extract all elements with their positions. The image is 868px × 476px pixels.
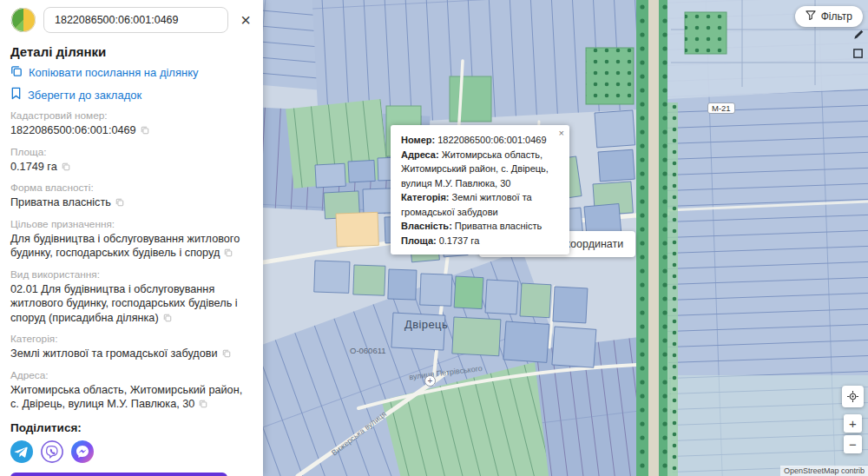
popup-row-number: Номер:1822086500:06:001:0469 xyxy=(401,133,559,148)
search-field[interactable] xyxy=(43,7,228,33)
bookmark-action[interactable]: Зберегти до закладок xyxy=(10,87,253,102)
popup-close-icon[interactable]: × xyxy=(556,126,567,140)
zoom-out-button[interactable]: − xyxy=(844,435,862,453)
panel-title: Деталі ділянки xyxy=(10,44,253,59)
map-tools xyxy=(852,28,865,59)
popup-row-ownership: Власність:Приватна власність xyxy=(401,219,559,234)
copy-icon[interactable] xyxy=(115,196,124,211)
map-attribution: OpenStreetMap contrib xyxy=(780,466,868,476)
field-purpose: Цільове призначення: Для будівництва і о… xyxy=(10,218,253,261)
field-usage: Вид використання: 02.01 Для будівництва … xyxy=(10,268,253,327)
copy-icon[interactable] xyxy=(163,312,172,327)
filter-button[interactable]: Фільтр xyxy=(795,6,863,27)
locate-button[interactable] xyxy=(842,386,864,407)
search-input[interactable] xyxy=(53,13,219,27)
funnel-icon xyxy=(806,10,816,23)
frame-icon[interactable] xyxy=(852,48,865,59)
copy-parcel-link-label: Копіювати посилання на ділянку xyxy=(29,66,199,79)
copy-icon[interactable] xyxy=(62,161,70,175)
share-buttons xyxy=(10,440,253,463)
copy-parcel-link-action[interactable]: Копіювати посилання на ділянку xyxy=(10,65,253,80)
copy-link-icon xyxy=(10,65,23,80)
crosshair-icon xyxy=(847,390,858,403)
popup-row-address: Адреса:Житомирська область, Житомирський… xyxy=(401,148,559,191)
highway-badge: М-21 xyxy=(707,102,735,114)
parcel-popup: × Номер:1822086500:06:001:0469 Адреса:Жи… xyxy=(391,125,569,255)
copy-icon[interactable] xyxy=(222,347,231,362)
copy-icon[interactable] xyxy=(141,124,149,139)
filter-label: Фільтр xyxy=(821,10,852,23)
order-expert-evaluation-button[interactable]: Замовити експертну оцінку для цієї ділян… xyxy=(10,473,227,476)
field-address: Адреса: Житомирська область, Житомирськи… xyxy=(10,369,253,413)
field-cadastral-number: Кадастровий номер: 1822086500:06:001:046… xyxy=(10,109,253,139)
search-bar: × xyxy=(10,7,253,33)
messenger-icon[interactable] xyxy=(71,440,94,463)
popup-row-area: Площа:0.1737 га xyxy=(401,234,559,248)
copy-icon[interactable] xyxy=(199,398,207,413)
app-logo-icon[interactable] xyxy=(10,7,36,33)
close-panel-button[interactable]: × xyxy=(239,11,253,29)
zoom-in-button[interactable]: + xyxy=(844,414,862,433)
app-window: × Деталі ділянки Копіювати посилання на … xyxy=(0,0,868,476)
parcel-details-panel: × Деталі ділянки Копіювати посилання на … xyxy=(0,0,263,476)
viber-icon[interactable] xyxy=(41,440,63,463)
bookmark-icon xyxy=(10,87,22,102)
telegram-icon[interactable] xyxy=(10,440,33,463)
copy-icon[interactable] xyxy=(224,247,233,261)
share-title: Поділитися: xyxy=(10,421,253,434)
draw-icon[interactable] xyxy=(852,28,865,41)
map-canvas[interactable]: Двірець О-060611 вулиця Петрівського Виж… xyxy=(263,0,868,476)
field-ownership: Форма власності: Приватна власність xyxy=(10,182,253,211)
map-marker-icon[interactable]: + xyxy=(424,375,436,387)
field-category: Категорія: Землі житлової та громадської… xyxy=(10,333,253,362)
bookmark-label: Зберегти до закладок xyxy=(28,89,141,102)
popup-row-category: Категорія:Землі житлової та громадської … xyxy=(401,190,559,219)
field-area: Площа: 0.1749 га xyxy=(10,146,253,175)
